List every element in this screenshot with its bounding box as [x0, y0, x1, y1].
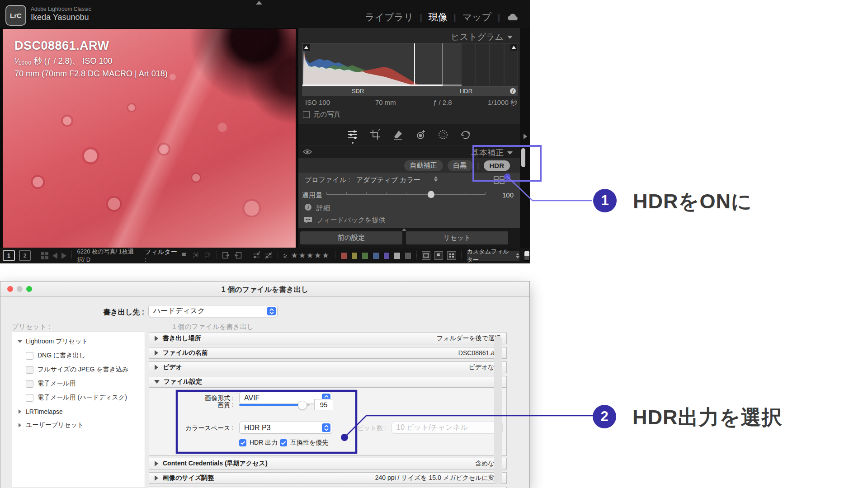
- flag-pick-icon[interactable]: [181, 252, 189, 259]
- details-row[interactable]: i 詳細: [298, 202, 520, 213]
- hdr-output-option[interactable]: HDR 出力: [239, 439, 278, 447]
- healing-tool[interactable]: [392, 129, 404, 141]
- sync-tool[interactable]: [460, 129, 472, 141]
- chevron-down-icon: [18, 340, 22, 343]
- dialog-scrollbar[interactable]: [494, 336, 502, 485]
- top-panel-collapse-icon[interactable]: [256, 1, 262, 5]
- details-link[interactable]: 詳細: [316, 204, 330, 212]
- auto-tone-button[interactable]: 自動補正: [404, 160, 443, 171]
- amount-slider[interactable]: [326, 194, 486, 195]
- photo-lens-info: 70 mm (70mm F2.8 DG MACRO | Art 018): [14, 69, 168, 79]
- panel-switch-eye-icon[interactable]: [303, 149, 312, 155]
- hdr-button[interactable]: HDR: [484, 160, 510, 171]
- preset-item-dng[interactable]: DNG に書き出し: [12, 350, 145, 361]
- preset-item-fullsize-jpeg[interactable]: フルサイズの JPEG を書き込み: [12, 364, 145, 375]
- export-icon[interactable]: [222, 251, 230, 260]
- feedback-link[interactable]: フィードバックを提供: [316, 216, 385, 225]
- next-photo-icon[interactable]: [61, 253, 66, 259]
- dialog-titlebar: 1 個のファイルを書き出し: [0, 282, 529, 297]
- profile-stepper-icon[interactable]: [434, 176, 438, 182]
- colorspace-dropdown[interactable]: HDR P3: [239, 422, 332, 434]
- section-content-credentials[interactable]: Content Credentials (早期アクセス) 含めない: [149, 458, 507, 469]
- quality-slider[interactable]: [239, 404, 310, 406]
- preset-checkbox[interactable]: [26, 380, 33, 388]
- panel-scrollbar-thumb[interactable]: [521, 148, 525, 167]
- module-library[interactable]: ライブラリ: [365, 11, 413, 23]
- compatibility-checkbox[interactable]: [280, 439, 287, 446]
- color-label-green[interactable]: [362, 252, 368, 259]
- edit-sliders-tool[interactable]: [347, 129, 359, 141]
- preset-item-email-harddisk[interactable]: 電子メール用 (ハードディスク): [12, 392, 145, 404]
- preset-group-lightroom[interactable]: Lightroom プリセット: [12, 336, 145, 347]
- masking-tool[interactable]: [437, 129, 449, 141]
- photo-preview[interactable]: DSC08861.ARW ¹⁄₁₀₀₀ 秒 (ƒ / 2.8)、 ISO 100…: [3, 29, 296, 248]
- section-value: 240 ppi / サイズを 15.0 メガピクセルに変更: [375, 474, 501, 482]
- cloud-sync-icon[interactable]: [506, 13, 519, 21]
- feedback-row[interactable]: フィードバックを提供: [298, 213, 520, 228]
- preset-checkbox[interactable]: [26, 352, 33, 360]
- color-label-blue[interactable]: [373, 252, 379, 259]
- quality-slider-knob[interactable]: [298, 401, 307, 410]
- color-label-gray[interactable]: [405, 252, 411, 259]
- tutorial-page: LrC Adobe Lightroom Classic Ikeda Yasuno…: [0, 0, 868, 488]
- filter-switch[interactable]: [524, 251, 530, 261]
- crop-tool[interactable]: [369, 129, 381, 141]
- flag-view-icon[interactable]: [434, 251, 443, 260]
- preset-item-email[interactable]: 電子メール用: [12, 378, 145, 389]
- original-photo-toggle[interactable]: 元の写真: [303, 110, 340, 119]
- import-icon[interactable]: [234, 251, 242, 260]
- filter-sliders-icon[interactable]: [252, 251, 260, 260]
- flag-reject-icon[interactable]: [204, 252, 212, 259]
- second-window-button[interactable]: 2: [19, 250, 31, 261]
- hdr-output-checkbox[interactable]: [239, 439, 246, 446]
- preset-checkbox[interactable]: [26, 394, 33, 402]
- quality-value-field[interactable]: 95: [314, 399, 333, 410]
- develop-right-panel: ヒストグラム: [298, 28, 520, 248]
- star-rating-filter[interactable]: ★★★★★: [291, 251, 330, 260]
- preset-checkbox[interactable]: [26, 366, 33, 374]
- info-icon: i: [305, 204, 311, 211]
- profile-value[interactable]: アダプティブ カラー: [356, 176, 420, 184]
- section-file-naming[interactable]: ファイルの名前 DSC08861.avif: [149, 347, 507, 359]
- section-export-location[interactable]: 書き出し場所 フォルダーを後で選択: [149, 333, 507, 344]
- section-image-sizing[interactable]: 画像のサイズ調整 240 ppi / サイズを 15.0 メガピクセルに変更: [149, 472, 507, 484]
- histogram[interactable]: [302, 43, 518, 87]
- color-label-red[interactable]: [340, 252, 347, 259]
- reset-button[interactable]: リセット: [406, 231, 508, 244]
- color-label-light-gray[interactable]: [394, 252, 401, 259]
- preset-group-user[interactable]: ユーザープリセット: [12, 419, 145, 431]
- footer-collapse-icon[interactable]: [402, 228, 406, 231]
- step-2-label: HDR出力を選択: [632, 404, 783, 431]
- flag-unflagged-icon[interactable]: [193, 252, 200, 259]
- section-video[interactable]: ビデオ ビデオなし: [149, 361, 507, 373]
- histogram-panel-header[interactable]: ヒストグラム: [451, 31, 513, 43]
- export-to-dropdown[interactable]: ハードディスク: [148, 305, 278, 317]
- custom-filter-dropdown[interactable]: カスタムフィルター: [467, 250, 520, 261]
- black-white-button[interactable]: 白黒: [448, 160, 473, 171]
- amount-value: 100: [502, 191, 514, 199]
- red-eye-tool[interactable]: [415, 129, 426, 141]
- color-label-yellow[interactable]: [351, 252, 358, 259]
- section-file-settings[interactable]: ファイル設定: [149, 376, 507, 388]
- grid-view-icon[interactable]: [41, 252, 48, 259]
- previous-settings-button[interactable]: 前の設定: [300, 231, 402, 244]
- preset-group-lrtimelapse[interactable]: LRTimelapse: [12, 406, 145, 418]
- amount-slider-thumb[interactable]: [428, 191, 434, 198]
- previous-photo-icon[interactable]: [52, 253, 57, 259]
- thumbnail-view-icon[interactable]: [447, 251, 456, 260]
- original-photo-checkbox[interactable]: [303, 111, 310, 118]
- sdr-label: SDR: [352, 88, 364, 94]
- module-map[interactable]: マップ: [462, 11, 491, 23]
- compatibility-option[interactable]: 互換性を優先: [280, 439, 328, 447]
- right-panel-collapse-icon[interactable]: [524, 133, 527, 141]
- profile-browser-grid-icon[interactable]: [494, 176, 505, 184]
- module-develop[interactable]: 現像: [429, 11, 448, 23]
- info-icon[interactable]: i: [510, 88, 516, 94]
- filmstrip-view-icon[interactable]: [422, 251, 430, 260]
- basic-panel-header[interactable]: 基本補正: [298, 145, 520, 158]
- main-window-button[interactable]: 1: [3, 250, 15, 261]
- filter-off-icon[interactable]: [264, 251, 273, 260]
- color-label-purple[interactable]: [383, 252, 390, 259]
- rating-ge-symbol[interactable]: ≥: [283, 252, 287, 259]
- filter-label: フィルター :: [145, 248, 177, 263]
